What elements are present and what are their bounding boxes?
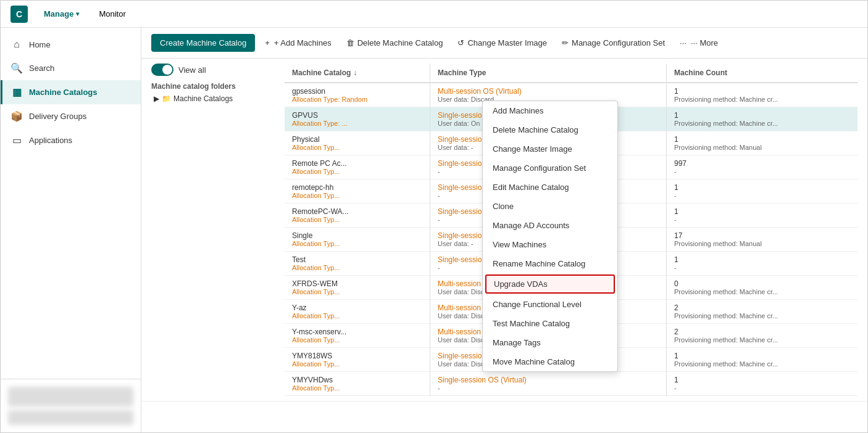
machine-type-primary: Single-session OS (Virtual) bbox=[438, 376, 659, 384]
machine-count: 1 bbox=[674, 135, 850, 144]
context-menu-item-manage-config-set[interactable]: Manage Configuration Set bbox=[483, 159, 617, 178]
machine-prov: - bbox=[674, 168, 850, 175]
catalog-name: YMY818WS bbox=[292, 352, 422, 360]
catalog-allocation: Allocation Typ... bbox=[292, 288, 422, 295]
catalog-name: GPVUS bbox=[292, 111, 422, 120]
nav-monitor[interactable]: Monitor bbox=[90, 6, 134, 22]
table-container: Machine Catalog ↓ Machine Type Machine C… bbox=[285, 64, 858, 396]
context-menu-item-change-master-image[interactable]: Change Master Image bbox=[483, 139, 617, 159]
sidebar-item-delivery-groups[interactable]: 📦 Delivery Groups bbox=[1, 104, 141, 128]
machine-count: 1 bbox=[674, 352, 850, 360]
catalog-name: Y-az bbox=[292, 303, 422, 312]
catalog-allocation: Allocation Typ... bbox=[292, 192, 422, 199]
catalog-allocation: Allocation Typ... bbox=[292, 360, 422, 368]
machine-count: 1 bbox=[674, 207, 850, 216]
catalog-name: remotepc-hh bbox=[292, 183, 422, 192]
search-icon: 🔍 bbox=[10, 62, 23, 74]
machine-count: 17 bbox=[674, 231, 850, 240]
change-master-image-button[interactable]: ↺ Change Master Image bbox=[453, 35, 552, 51]
sort-icon: ↓ bbox=[353, 68, 357, 77]
context-menu-item-upgrade-vdas[interactable]: Upgrade VDAs bbox=[485, 274, 615, 294]
catalog-allocation: Allocation Typ... bbox=[292, 264, 422, 271]
folder-item-machine-catalogs[interactable]: ▶ 📁 Machine Catalogs bbox=[154, 94, 275, 103]
context-menu-item-view-machines[interactable]: View Machines bbox=[483, 235, 617, 254]
catalog-name: Single bbox=[292, 231, 422, 240]
toggle-switch[interactable] bbox=[151, 64, 173, 76]
chevron-right-icon: ▶ bbox=[154, 94, 159, 103]
app-logo: C bbox=[10, 6, 28, 23]
catalog-name: RemotePC-WA... bbox=[292, 207, 422, 216]
catalog-name: Test bbox=[292, 255, 422, 264]
filter-row: View all Machine catalog folders ▶ 📁 Mac… bbox=[141, 59, 867, 402]
catalog-allocation: Allocation Typ... bbox=[292, 336, 422, 344]
folder-icon: 📁 bbox=[162, 94, 171, 103]
refresh-icon: ↺ bbox=[457, 38, 464, 47]
catalog-allocation: Allocation Type: ... bbox=[292, 120, 422, 127]
sidebar-item-applications[interactable]: ▭ Applications bbox=[1, 128, 141, 152]
chevron-down-icon: ▾ bbox=[76, 10, 79, 17]
machine-count: 2 bbox=[674, 328, 850, 336]
catalog-allocation: Allocation Typ... bbox=[292, 384, 422, 392]
top-nav: Manage ▾ Monitor bbox=[35, 6, 135, 22]
sidebar: ⌂ Home 🔍 Search ▦ Machine Catalogs 📦 Del… bbox=[1, 28, 141, 432]
sidebar-item-home[interactable]: ⌂ Home bbox=[1, 33, 141, 56]
pencil-icon: ✏ bbox=[562, 38, 569, 47]
sidebar-item-machine-catalogs[interactable]: ▦ Machine Catalogs bbox=[1, 80, 141, 104]
machine-prov: - bbox=[674, 384, 850, 392]
catalog-name: XFRDS-WEM bbox=[292, 279, 422, 288]
context-menu-item-manage-tags[interactable]: Manage Tags bbox=[483, 333, 617, 352]
manage-configuration-set-button[interactable]: ✏ Manage Configuration Set bbox=[557, 35, 670, 51]
machine-count: 1 bbox=[674, 376, 850, 384]
context-menu-item-change-functional-level[interactable]: Change Functional Level bbox=[483, 295, 617, 314]
nav-manage[interactable]: Manage ▾ bbox=[35, 6, 88, 22]
catalog-name: Y-msc-xenserv... bbox=[292, 328, 422, 336]
catalog-name: YMYVHDws bbox=[292, 376, 422, 384]
catalog-name: Remote PC Ac... bbox=[292, 159, 422, 168]
machine-prov: - bbox=[674, 264, 850, 271]
catalog-name: Physical bbox=[292, 135, 422, 144]
machine-prov: - bbox=[674, 216, 850, 223]
col-machine-count: Machine Count bbox=[667, 64, 858, 83]
machine-prov: Provisioning method: Manual bbox=[674, 240, 850, 247]
view-all-toggle[interactable]: View all bbox=[151, 64, 275, 76]
col-machine-catalog: Machine Catalog ↓ bbox=[285, 64, 430, 83]
trash-icon: 🗑 bbox=[346, 38, 354, 47]
machine-prov: Provisioning method: Manual bbox=[674, 144, 850, 151]
content-area: Create Machine Catalog + + Add Machines … bbox=[141, 28, 867, 432]
applications-icon: ▭ bbox=[10, 134, 23, 146]
plus-icon: + bbox=[265, 38, 270, 47]
machine-prov: Provisioning method: Machine cr... bbox=[674, 312, 850, 320]
context-menu-item-manage-ad-accounts[interactable]: Manage AD Accounts bbox=[483, 216, 617, 235]
catalog-name: gpsession bbox=[292, 87, 422, 96]
context-menu-item-add-machines[interactable]: Add Machines bbox=[483, 101, 617, 120]
context-menu-item-clone[interactable]: Clone bbox=[483, 197, 617, 216]
table-row[interactable]: YMYVHDws Allocation Typ... Single-sessio… bbox=[285, 372, 858, 396]
machine-prov: Provisioning method: Machine cr... bbox=[674, 120, 850, 127]
col-machine-type: Machine Type bbox=[430, 64, 667, 83]
machine-count: 1 bbox=[674, 111, 850, 120]
delivery-groups-icon: 📦 bbox=[10, 110, 23, 122]
machine-count: 1 bbox=[674, 87, 850, 96]
catalog-allocation: Allocation Type: Random bbox=[292, 96, 422, 103]
sidebar-bottom bbox=[1, 379, 141, 432]
sidebar-user-extra bbox=[8, 410, 133, 425]
machine-catalogs-icon: ▦ bbox=[10, 86, 23, 98]
delete-machine-catalog-button[interactable]: 🗑 Delete Machine Catalog bbox=[341, 35, 448, 51]
more-button[interactable]: ··· ··· More bbox=[675, 35, 723, 51]
context-menu: Add MachinesDelete Machine CatalogChange… bbox=[482, 101, 618, 372]
machine-prov: Provisioning method: Machine cr... bbox=[674, 96, 850, 103]
add-machines-button[interactable]: + + Add Machines bbox=[260, 35, 336, 51]
context-menu-item-move-catalog[interactable]: Move Machine Catalog bbox=[483, 352, 617, 371]
sidebar-item-search[interactable]: 🔍 Search bbox=[1, 56, 141, 80]
machine-count: 0 bbox=[674, 279, 850, 288]
create-machine-catalog-button[interactable]: Create Machine Catalog bbox=[151, 34, 255, 52]
context-menu-item-edit-catalog[interactable]: Edit Machine Catalog bbox=[483, 178, 617, 197]
context-menu-item-delete-catalog[interactable]: Delete Machine Catalog bbox=[483, 120, 617, 139]
machine-type-secondary: - bbox=[438, 384, 659, 392]
home-icon: ⌂ bbox=[10, 39, 23, 50]
filter-section: View all Machine catalog folders ▶ 📁 Mac… bbox=[151, 64, 275, 103]
context-menu-item-rename-catalog[interactable]: Rename Machine Catalog bbox=[483, 254, 617, 273]
context-menu-item-test-catalog[interactable]: Test Machine Catalog bbox=[483, 314, 617, 333]
machine-prov: Provisioning method: Machine cr... bbox=[674, 360, 850, 368]
machine-count: 997 bbox=[674, 159, 850, 168]
